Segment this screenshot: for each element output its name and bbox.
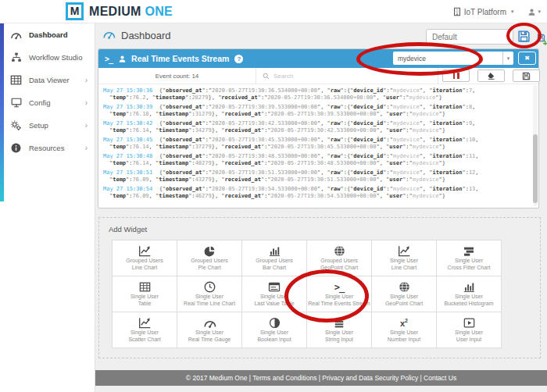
widget-option-line2: Scatter Chart [113, 336, 177, 343]
dashboard-profile-input[interactable] [426, 29, 513, 45]
histogram-icon [437, 280, 501, 293]
widget-option-single-user-table[interactable]: Single UserTable [113, 276, 177, 312]
sidebar-item-dashboard[interactable]: Dashboard [0, 23, 95, 46]
help-icon[interactable]: ? [234, 55, 243, 63]
page-title: Dashboard [121, 30, 171, 41]
eraser-icon [487, 72, 495, 80]
widget-option-line1: Single User [437, 257, 501, 264]
widget-option-line2: Bar Chart [242, 264, 306, 271]
clear-stream-button[interactable] [477, 69, 505, 82]
widget-option-single-user-string-input[interactable]: Single UserString Input [307, 312, 372, 348]
medium-one-logo[interactable]: M MEDIUM ONE [66, 2, 173, 20]
widget-option-line1: Single User [307, 329, 371, 336]
sidebar-item-label: Data Viewer [29, 76, 70, 84]
string-input-icon [307, 315, 371, 329]
brand-text: MEDIUM ONE [89, 5, 173, 19]
save-as-new-dashboard-button[interactable]: + [537, 30, 545, 45]
widget-option-single-user-line-chart[interactable]: Single UserLine Chart [372, 241, 437, 276]
widget-option-line1: Single User [372, 329, 436, 336]
widget-option-single-user-real-time-gauge[interactable]: Single UserReal Time Gauge [177, 312, 242, 348]
widget-option-line1: Grouped Users [113, 257, 177, 264]
sidebar-item-setup[interactable]: Setup› [0, 114, 95, 137]
widget-option-line1: Grouped Users [242, 257, 306, 264]
widget-option-line2: Boolean Input [242, 336, 306, 343]
pause-icon [453, 73, 456, 79]
widget-title: Real Time Events Stream [131, 54, 229, 63]
widget-option-single-user-last-value-table[interactable]: Single UserLast Value Table [242, 276, 307, 312]
widget-option-single-user-boolean-input[interactable]: Single UserBoolean Input [242, 312, 307, 348]
building-icon [453, 7, 461, 16]
brand-one: ONE [145, 5, 173, 18]
widget-option-single-user-cross-filter-chart[interactable]: Single UserCross Filter Chart [437, 241, 502, 276]
chevron-down-icon[interactable]: ▾ [538, 9, 541, 15]
chevron-down-icon[interactable]: ▾ [511, 9, 514, 15]
export-stream-button[interactable] [513, 69, 540, 82]
real-time-events-widget: >_ Real Time Events Stream ? ▾ ✖ Event c… [98, 48, 539, 208]
device-filter-input[interactable] [393, 52, 502, 65]
log-entry: May 27 15:30:36 {"observed_at":"2020-05-… [103, 87, 531, 102]
user-avatar-icon[interactable] [527, 8, 536, 16]
widget-option-line1: Single User [113, 293, 177, 300]
save-dashboard-button[interactable] [517, 30, 531, 43]
footer-link-terms-and-conditions[interactable]: Terms and Conditions [252, 374, 316, 382]
number-input-icon: x2 [372, 315, 436, 329]
dashboard-gauge-icon [102, 29, 116, 39]
widget-option-single-user-real-time-line-chart[interactable]: Single UserReal Time Line Chart [177, 276, 242, 312]
widget-option-line2: GeoPoint Chart [307, 264, 371, 271]
widget-option-line2: Line Chart [372, 264, 436, 271]
top-header: M MEDIUM ONE IoT Platform ▾ ▾ [0, 0, 547, 23]
sidebar-nav: DashboardWorkflow StudioData Viewer›Conf… [0, 23, 95, 159]
pause-stream-button[interactable] [442, 69, 470, 82]
sidebar-item-workflow-studio[interactable]: Workflow Studio [0, 46, 95, 69]
sidebar-item-data-viewer[interactable]: Data Viewer› [0, 69, 95, 91]
table-icon [113, 280, 177, 293]
widget-option-line2: Number Input [372, 336, 436, 343]
widget-option-grouped-users-geopoint-chart[interactable]: Grouped UsersGeoPoint Chart [307, 241, 372, 276]
log-entry: May 27 15:30:54 {"observed_at":"2020-05-… [103, 186, 531, 200]
widget-titlebar: >_ Real Time Events Stream ? ▾ ✖ [98, 49, 538, 68]
pie-chart-icon [177, 244, 241, 257]
boolean-icon [242, 315, 306, 329]
chevron-down-icon[interactable]: ▾ [502, 52, 513, 65]
widget-option-single-user-user-input[interactable]: Single UserUser Input [437, 312, 502, 348]
widget-option-single-user-geopoint-chart[interactable]: Single UserGeoPoint Chart [372, 276, 437, 312]
sidebar-item-resources[interactable]: Resources› [0, 137, 95, 159]
scrollbar-thumb[interactable] [533, 134, 538, 203]
footer-link-privacy-and-data-security-policy[interactable]: Privacy and Data Security Policy [322, 374, 418, 382]
monitor-icon [10, 98, 22, 108]
sidebar: DashboardWorkflow StudioData Viewer›Conf… [0, 23, 95, 392]
chevron-right-icon: › [85, 98, 88, 107]
widget-option-grouped-users-line-chart[interactable]: Grouped UsersLine Chart [113, 241, 177, 276]
log-entry: May 27 15:30:39 {"observed_at":"2020-05-… [103, 104, 531, 118]
widget-option-single-user-number-input[interactable]: x2Single UserNumber Input [372, 312, 437, 348]
add-widget-title: Add Widget [109, 225, 147, 233]
widget-option-line2: Pie Chart [177, 264, 241, 271]
gears-icon [10, 120, 22, 130]
widget-option-grouped-users-pie-chart[interactable]: Grouped UsersPie Chart [177, 241, 242, 276]
widget-option-single-user-scatter-chart[interactable]: Single UserScatter Chart [113, 312, 177, 348]
widget-toolbar: Event count: 14 [98, 68, 538, 84]
last-value-icon [242, 280, 306, 293]
widget-option-line1: Single User [372, 257, 436, 264]
stream-search [256, 68, 438, 84]
close-widget-button[interactable]: ✖ [518, 52, 536, 65]
widget-option-single-user-real-time-events-stream[interactable]: >_Single UserReal Time Events Stream [307, 276, 372, 312]
widget-option-single-user-bucketed-histogram[interactable]: Single UserBucketed Histogram [437, 276, 502, 312]
widget-option-line1: Single User [242, 293, 306, 300]
widget-option-line1: Single User [242, 329, 306, 336]
sidebar-item-label: Setup [29, 121, 48, 130]
widget-option-grouped-users-bar-chart[interactable]: Grouped UsersBar Chart [242, 241, 307, 276]
chevron-right-icon: › [85, 144, 88, 152]
footer-link-contact-us[interactable]: Contact Us [424, 374, 456, 382]
terminal-icon: >_ [307, 280, 371, 293]
user-input-icon [437, 315, 501, 329]
stream-search-input[interactable] [274, 73, 438, 80]
sidebar-item-label: Workflow Studio [29, 53, 82, 62]
widget-option-line2: GeoPoint Chart [372, 300, 436, 307]
platform-menu[interactable]: IoT Platform [464, 8, 506, 16]
widget-option-line2: Real Time Gauge [177, 336, 241, 343]
sidebar-item-config[interactable]: Config› [0, 91, 95, 114]
widget-option-line2: Table [113, 300, 177, 307]
event-log[interactable]: May 27 15:30:36 {"observed_at":"2020-05-… [98, 85, 531, 206]
log-scrollbar[interactable] [533, 85, 538, 206]
